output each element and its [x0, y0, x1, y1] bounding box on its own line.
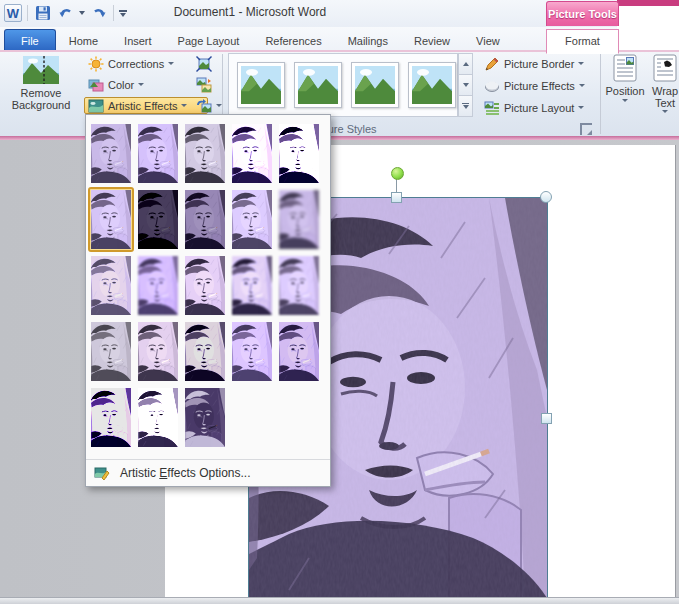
reset-picture-button[interactable] — [192, 97, 222, 114]
wrap-text-button[interactable]: Wrap Text — [648, 54, 679, 120]
rotation-handle[interactable] — [391, 167, 404, 180]
color-button[interactable]: Color — [84, 76, 190, 93]
chevron-down-icon — [181, 104, 187, 107]
artistic-effect-line-drawing[interactable] — [279, 124, 319, 183]
picture-effects-label: Picture Effects — [504, 80, 575, 92]
picture-style-thumbnail[interactable] — [294, 62, 342, 108]
group-separator — [600, 54, 601, 134]
artistic-effect-chalk-sketch[interactable] — [91, 190, 131, 249]
resize-handle-top[interactable] — [391, 192, 402, 203]
word-logo-icon: W — [4, 4, 22, 22]
redo-button[interactable] — [88, 3, 108, 23]
save-icon — [35, 5, 51, 21]
gallery-scroll-up-button[interactable] — [458, 53, 473, 75]
ribbon-tabs: FileHomeInsertPage LayoutReferencesMaili… — [4, 29, 513, 52]
artistic-effects-options-item[interactable]: Artistic Effects Options... — [86, 459, 330, 486]
chevron-down-icon — [622, 99, 628, 102]
undo-dropdown-arrow[interactable] — [79, 11, 85, 15]
ribbon-tab-row: FileHomeInsertPage LayoutReferencesMaili… — [0, 27, 679, 52]
artistic-effect-glow-diffused[interactable] — [232, 190, 272, 249]
artistic-effect-glass[interactable] — [279, 256, 319, 315]
compress-pictures-button[interactable] — [192, 55, 216, 72]
chevron-down-icon — [138, 83, 144, 86]
wrap-text-icon — [653, 54, 677, 82]
color-label: Color — [108, 79, 134, 91]
artistic-effects-grid — [86, 115, 330, 453]
triangle-up-icon — [463, 62, 469, 66]
chevron-down-icon — [578, 62, 584, 65]
picture-effects-icon — [484, 78, 500, 94]
corrections-sun-icon — [88, 56, 104, 72]
corrections-label: Corrections — [108, 58, 164, 70]
resize-handle-top-right[interactable] — [540, 191, 552, 203]
options-label-prefix: Artistic — [120, 466, 159, 480]
tab-insert[interactable]: Insert — [111, 31, 165, 52]
artistic-effect-film-grain[interactable] — [185, 256, 225, 315]
undo-button[interactable] — [56, 3, 76, 23]
position-icon — [613, 54, 637, 82]
remove-background-button[interactable]: Remove Background — [3, 54, 79, 120]
chevron-down-icon — [578, 106, 584, 109]
reset-picture-icon — [196, 98, 212, 114]
artistic-effect-light-screen[interactable] — [91, 256, 131, 315]
chevron-down-icon — [168, 62, 174, 65]
artistic-effect-pastels-smooth[interactable] — [232, 322, 272, 381]
picture-border-pencil-icon — [484, 56, 500, 72]
gallery-scroll-down-button[interactable] — [458, 75, 473, 96]
gallery-more-button[interactable] — [458, 96, 473, 117]
picture-tools-contextual-header: Picture Tools — [546, 1, 619, 26]
tab-home[interactable]: Home — [56, 31, 111, 52]
corrections-button[interactable]: Corrections — [84, 55, 190, 72]
picture-effects-button[interactable]: Picture Effects — [480, 77, 598, 94]
tab-page-layout[interactable]: Page Layout — [165, 31, 253, 52]
artistic-effects-button[interactable]: Artistic Effects — [84, 97, 208, 114]
artistic-effect-texturizer[interactable] — [138, 322, 178, 381]
options-label-suffix: ffects Options... — [167, 466, 250, 480]
save-button[interactable] — [33, 3, 53, 23]
position-label: Position — [605, 85, 644, 97]
picture-layout-button[interactable]: Picture Layout — [480, 99, 598, 116]
artistic-effect-watercolor-sponge[interactable] — [138, 256, 178, 315]
gallery-more-icon — [462, 103, 469, 110]
tab-mailings[interactable]: Mailings — [335, 31, 401, 52]
artistic-effect-marker[interactable] — [138, 124, 178, 183]
artistic-effect-paint-brush[interactable] — [185, 190, 225, 249]
artistic-effect-glow-edges[interactable] — [185, 388, 225, 447]
artistic-effect-photocopy[interactable] — [138, 388, 178, 447]
artistic-effect-cutout[interactable] — [91, 388, 131, 447]
artistic-effect-mosaic-bubbles[interactable] — [232, 256, 272, 315]
picture-styles-dialog-launcher[interactable] — [580, 123, 592, 135]
position-button[interactable]: Position — [604, 54, 646, 120]
wrap-text-label: Wrap Text — [648, 85, 679, 109]
artistic-effects-icon — [88, 98, 104, 114]
picture-layout-icon — [484, 100, 500, 116]
artistic-effect-plastic-wrap[interactable] — [279, 322, 319, 381]
picture-border-button[interactable]: Picture Border — [480, 55, 598, 72]
window-bottom-edge — [0, 597, 679, 604]
change-picture-button[interactable] — [192, 76, 216, 93]
remove-background-label: Remove Background — [3, 87, 79, 111]
artistic-effect-cement[interactable] — [91, 322, 131, 381]
titlebar-right-area — [617, 6, 679, 50]
artistic-effect-none[interactable] — [91, 124, 131, 183]
tab-view[interactable]: View — [463, 31, 513, 52]
tab-file[interactable]: File — [4, 29, 56, 52]
tab-review[interactable]: Review — [401, 31, 463, 52]
divider — [113, 5, 114, 21]
redo-icon — [90, 5, 107, 21]
artistic-effect-blur[interactable] — [279, 190, 319, 249]
artistic-effect-pencil-grayscale[interactable] — [185, 124, 225, 183]
artistic-effect-paint-strokes[interactable] — [138, 190, 178, 249]
tab-format[interactable]: Format — [546, 29, 619, 54]
artistic-effect-pencil-sketch[interactable] — [232, 124, 272, 183]
customize-qat-button[interactable] — [119, 10, 127, 17]
picture-style-thumbnail[interactable] — [408, 62, 456, 108]
artistic-effect-crisscross-etching[interactable] — [185, 322, 225, 381]
picture-style-thumbnail[interactable] — [237, 62, 285, 108]
resize-handle-right[interactable] — [541, 413, 552, 424]
quick-access-toolbar: W — [4, 3, 127, 23]
picture-style-thumbnail[interactable] — [351, 62, 399, 108]
picture-layout-label: Picture Layout — [504, 102, 574, 114]
tab-references[interactable]: References — [252, 31, 334, 52]
color-icon — [88, 77, 104, 93]
